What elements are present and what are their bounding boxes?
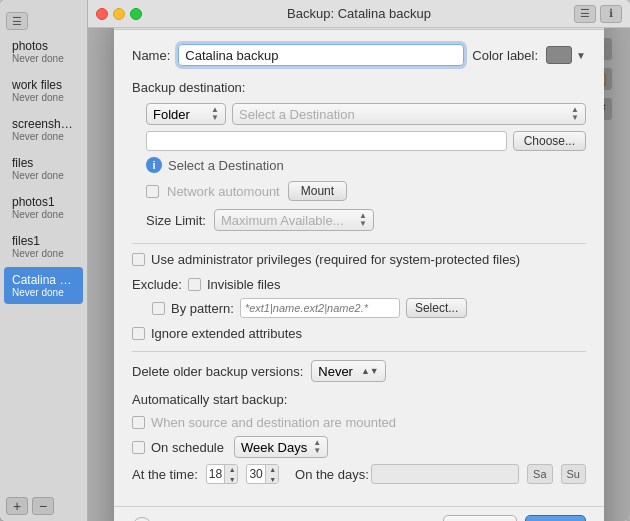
size-limit-select[interactable]: Maximum Available... ▲ ▼ [214,209,374,231]
dialog: Backup: Catalina backup Name: Color labe… [114,28,604,521]
when-mounted-checkbox[interactable] [132,416,145,429]
sched-arrow-down-icon: ▼ [313,447,321,455]
remove-backup-button[interactable]: − [32,497,54,515]
admin-row: Use administrator privileges (required f… [132,252,586,267]
dialog-overlay: Backup: Catalina backup Name: Color labe… [88,28,630,521]
sidebar-item-photos[interactable]: photos Never done [4,33,83,70]
sidebar-item-catalina[interactable]: Catalina b... Never done [4,267,83,304]
delete-row: Delete older backup versions: Never ▲▼ [132,360,586,382]
info-text: Select a Destination [168,158,284,173]
schedule-arrows: ▲ ▼ [313,439,321,455]
name-input[interactable] [178,44,464,66]
admin-priv-label: Use administrator privileges (required f… [151,252,520,267]
schedule-row: On schedule Week Days ▲ ▼ [132,436,586,458]
dest-placeholder: Select a Destination [239,107,355,122]
on-days-label: On the days: [295,467,363,482]
main-content: Backup: Catalina backup ☰ ℹ on below ≡ 📋… [88,0,630,521]
folder-type-arrows: ▲ ▼ [211,106,219,122]
invisible-files-checkbox[interactable] [188,278,201,291]
content-area: on below ≡ 📋 ↺ Backup: Catalina backup [88,28,630,521]
minute-spinner[interactable]: 30 ▲ ▼ [246,464,279,484]
minute-up-icon[interactable]: ▲ [266,464,279,474]
when-mounted-label: When source and destination are mounted [151,415,396,430]
size-arrow-down-icon: ▼ [359,220,367,228]
dest-select[interactable]: Select a Destination ▲ ▼ [232,103,586,125]
when-mounted-row: When source and destination are mounted [132,415,586,430]
backup-dest-label: Backup destination: [132,80,586,95]
path-row: Choose... [146,131,586,151]
hour-down-icon[interactable]: ▼ [225,474,238,484]
hour-arrows[interactable]: ▲ ▼ [224,464,238,484]
delete-chevron-icon: ▲▼ [361,366,379,376]
sidebar-item-files1[interactable]: files1 Never done [4,228,83,265]
minimize-button[interactable] [113,8,125,20]
window-title: Backup: Catalina backup [287,6,431,21]
mount-button[interactable]: Mount [288,181,347,201]
sidebar-item-photos1[interactable]: photos1 Never done [4,189,83,226]
admin-priv-checkbox[interactable] [132,253,145,266]
delete-older-select[interactable]: Never ▲▼ [311,360,386,382]
hour-up-icon[interactable]: ▲ [225,464,238,474]
color-label: Color label: [472,48,538,63]
add-backup-button[interactable]: + [6,497,28,515]
by-pattern-checkbox[interactable] [152,302,165,315]
pattern-input[interactable] [240,298,400,318]
dialog-footer: ? Cancel OK [114,506,604,521]
schedule-select[interactable]: Week Days ▲ ▼ [234,436,328,458]
folder-type-select[interactable]: Folder ▲ ▼ [146,103,226,125]
select-pattern-button[interactable]: Select... [406,298,467,318]
sidebar-item-files[interactable]: files Never done [4,150,83,187]
schedule-value: Week Days [241,440,307,455]
ignore-extended-row: Ignore extended attributes [132,326,586,341]
color-label-selector[interactable]: ▼ [546,46,586,64]
sidebar-toggle-icon[interactable]: ☰ [6,12,28,30]
name-label: Name: [132,48,170,63]
path-input[interactable] [146,131,507,151]
on-schedule-label: On schedule [151,440,224,455]
on-schedule-checkbox[interactable] [132,441,145,454]
maximize-button[interactable] [130,8,142,20]
sa-button[interactable]: Sa [527,464,552,484]
sidebar-bottom: + − [0,491,87,521]
ok-button[interactable]: OK [525,515,586,521]
exclude-row: Exclude: Invisible files [132,277,586,292]
sidebar-toolbar: ☰ [0,8,88,36]
info-icon[interactable]: ℹ [600,5,622,23]
help-button[interactable]: ? [132,517,152,521]
name-row: Name: Color label: ▼ [132,44,586,66]
su-button[interactable]: Su [561,464,586,484]
time-row: At the time: 18 ▲ ▼ 30 [132,464,586,484]
divider-1 [132,243,586,244]
delete-older-label: Delete older backup versions: [132,364,303,379]
dest-arrows: ▲ ▼ [571,106,579,122]
minute-down-icon[interactable]: ▼ [266,474,279,484]
color-swatch [546,46,572,64]
dest-section: Folder ▲ ▼ Select a Destination [146,103,586,231]
network-automount-label: Network automount [167,184,280,199]
color-chevron-icon: ▼ [576,50,586,61]
hour-spinner[interactable]: 18 ▲ ▼ [206,464,239,484]
sidebar-item-workfiles[interactable]: work files Never done [4,72,83,109]
days-input[interactable] [371,464,519,484]
toolbar-icons: ☰ ℹ [574,5,622,23]
at-time-label: At the time: [132,467,198,482]
network-automount-checkbox[interactable] [146,185,159,198]
hour-value: 18 [207,467,224,481]
minute-value: 30 [247,467,264,481]
auto-start-section: Automatically start backup: When source … [132,392,586,484]
network-row: Network automount Mount [146,181,586,201]
minute-arrows[interactable]: ▲ ▼ [265,464,279,484]
list-icon[interactable]: ☰ [574,5,596,23]
dest-arrow-down-icon: ▼ [571,114,579,122]
choose-button[interactable]: Choose... [513,131,586,151]
by-pattern-label: By pattern: [171,301,234,316]
divider-2 [132,351,586,352]
arrow-down-icon: ▼ [211,114,219,122]
close-button[interactable] [96,8,108,20]
dest-row: Folder ▲ ▼ Select a Destination [146,103,586,125]
info-circle-icon: i [146,157,162,173]
exclude-label: Exclude: [132,277,182,292]
ignore-extended-checkbox[interactable] [132,327,145,340]
sidebar-item-screenshots[interactable]: screensho... Never done [4,111,83,148]
cancel-button[interactable]: Cancel [443,515,517,521]
